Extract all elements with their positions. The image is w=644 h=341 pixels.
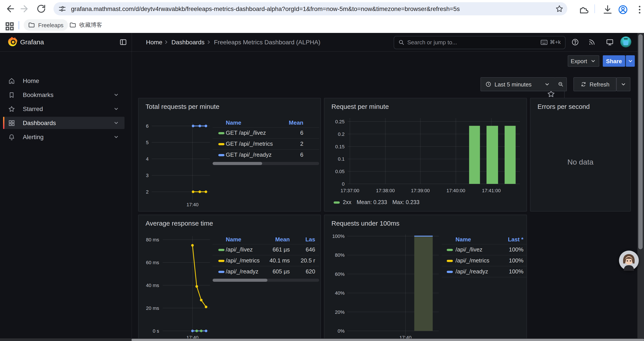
download-icon xyxy=(602,5,613,15)
panel-title[interactable]: Total requests per minute xyxy=(146,103,220,110)
legend-row[interactable]: /api/_/metrics40.1 ms20.5 r xyxy=(212,255,319,266)
sidebar-item-alerting[interactable]: Alerting xyxy=(3,131,124,143)
download-button[interactable] xyxy=(602,5,611,13)
refresh-caret-button[interactable] xyxy=(616,77,630,91)
time-range-button[interactable]: Last 5 minutes xyxy=(480,77,555,91)
sidebar-toggle-button[interactable] xyxy=(119,38,127,46)
legend-row[interactable]: GET /api/_/readyz6 xyxy=(212,149,319,160)
legend-row[interactable]: /api/_/livez100% xyxy=(442,244,527,255)
star-icon xyxy=(555,5,564,13)
export-button[interactable]: Export xyxy=(568,55,599,67)
legend-header-name[interactable]: Name xyxy=(226,119,241,126)
area-column xyxy=(414,236,433,331)
sidebar-item-bookmarks[interactable]: Bookmarks xyxy=(3,89,124,101)
sidebar-item-home[interactable]: Home xyxy=(3,75,124,87)
sidebar-item-label: Bookmarks xyxy=(23,91,54,98)
series-name: /api/_/livez xyxy=(456,246,482,253)
series-point xyxy=(205,306,207,308)
bookmark-icon xyxy=(8,91,15,99)
url-text[interactable]: grafana.mathmast.com/d/deytv4rwavabkb/fr… xyxy=(71,5,460,12)
user-avatar[interactable] xyxy=(620,37,631,47)
share-button[interactable]: Share xyxy=(603,55,625,67)
sidebar-item-starred[interactable]: Starred xyxy=(3,103,124,115)
bookmark-folder-blogs[interactable]: 收藏博客 xyxy=(65,19,106,31)
sidebar-item-label: Starred xyxy=(23,105,43,112)
y-tick-label: 0.2 xyxy=(338,131,344,137)
panel-avg-response-time: 80 ms60 ms40 ms20 ms0 s17:40 Average res… xyxy=(138,215,321,341)
y-tick-label: 40% xyxy=(335,290,344,296)
series-point xyxy=(191,244,194,247)
news-button[interactable] xyxy=(588,38,596,46)
chevron-down-icon xyxy=(590,58,596,64)
y-tick-label: 2 xyxy=(146,189,148,195)
breadcrumb-home[interactable]: Home xyxy=(146,39,162,46)
zoom-out-button[interactable] xyxy=(554,77,567,91)
series-point xyxy=(192,125,194,127)
bookmark-star-button[interactable] xyxy=(555,5,564,13)
search-box[interactable]: Search or jump to... ⌘+k xyxy=(394,36,566,49)
legend-row[interactable]: /api/_/metrics100% xyxy=(442,255,527,266)
extensions-button[interactable] xyxy=(578,5,587,13)
chevron-down-icon[interactable] xyxy=(113,134,119,140)
panel-title[interactable]: Average response time xyxy=(146,219,213,227)
back-button[interactable] xyxy=(4,4,15,14)
x-tick-label: 17:40:00 xyxy=(446,188,465,193)
breadcrumb-dashboards[interactable]: Dashboards xyxy=(172,39,204,46)
legend-scrollbar-thumb[interactable] xyxy=(212,279,268,282)
panel-title[interactable]: Errors per second xyxy=(538,103,590,110)
series-value: 100% xyxy=(493,246,524,253)
sidebar-item-label: Dashboards xyxy=(23,119,56,126)
assistant-avatar-widget[interactable] xyxy=(618,250,639,271)
keyboard-icon xyxy=(540,39,548,45)
legend-header-value[interactable]: Last * xyxy=(493,236,524,243)
panel-title[interactable]: Requests under 100ms xyxy=(332,219,400,227)
share-caret-button[interactable] xyxy=(626,55,635,67)
vertical-scrollbar-thumb[interactable] xyxy=(638,34,643,249)
legend-header-value[interactable]: Mean xyxy=(277,119,303,126)
avatar-detail xyxy=(624,41,628,45)
refresh-button[interactable]: Refresh xyxy=(574,77,616,91)
reload-button[interactable] xyxy=(36,4,46,14)
chevron-down-icon[interactable] xyxy=(113,120,119,126)
legend-header-value[interactable]: Las xyxy=(295,236,315,243)
sidebar-item-dashboards[interactable]: Dashboards xyxy=(3,117,124,129)
legend-header-name[interactable]: Name xyxy=(226,236,241,243)
series-point xyxy=(200,329,202,332)
profile-button[interactable] xyxy=(618,5,626,13)
legend-row[interactable]: /api/_/readyz605 µs620 xyxy=(212,266,319,277)
panel-title[interactable]: Request per minute xyxy=(332,103,389,110)
help-button[interactable] xyxy=(571,38,579,46)
forward-button[interactable] xyxy=(20,4,30,14)
browser-menu-button[interactable] xyxy=(634,5,643,13)
site-info-icon[interactable] xyxy=(58,5,67,13)
legend-header-name[interactable]: Name xyxy=(456,236,471,243)
horizontal-scrollbar-thumb[interactable] xyxy=(132,339,644,341)
chevron-down-icon[interactable] xyxy=(113,92,119,98)
active-accent xyxy=(3,117,4,129)
legend-header-value[interactable]: Mean xyxy=(264,236,290,243)
series-swatch xyxy=(334,201,340,203)
rss-icon xyxy=(588,38,596,46)
apps-grid-button[interactable] xyxy=(4,21,13,30)
legend-row[interactable]: /api/_/readyz100% xyxy=(442,266,527,277)
y-tick-label: 60 ms xyxy=(146,260,159,265)
legend-line[interactable]: 2xx Mean: 0.233 Max: 0.233 xyxy=(334,199,420,206)
address-bar[interactable]: grafana.mathmast.com/d/deytv4rwavabkb/fr… xyxy=(54,2,567,15)
monitor-button[interactable] xyxy=(606,38,614,46)
header-divider xyxy=(132,33,132,51)
bookmark-folder-freeleaps[interactable]: Freeleaps xyxy=(24,19,68,31)
chevron-down-icon[interactable] xyxy=(113,106,119,112)
y-tick-label: 0.1 xyxy=(338,156,344,162)
series-point xyxy=(196,329,198,332)
y-tick-label: 5 xyxy=(146,140,148,145)
x-tick-label: 17:38:00 xyxy=(376,188,395,193)
legend-row[interactable]: GET /api/_/livez6 xyxy=(212,127,319,138)
legend-scrollbar-thumb[interactable] xyxy=(212,162,262,165)
extensions-icon xyxy=(578,5,589,15)
brand-label[interactable]: Grafana xyxy=(20,38,44,46)
legend-row[interactable]: GET /api/_/metrics2 xyxy=(212,138,319,149)
series-value: 620 xyxy=(295,268,315,275)
legend-row[interactable]: /api/_/livez661 µs646 xyxy=(212,244,319,255)
star-icon xyxy=(8,105,15,113)
series-name: GET /api/_/metrics xyxy=(226,140,273,147)
